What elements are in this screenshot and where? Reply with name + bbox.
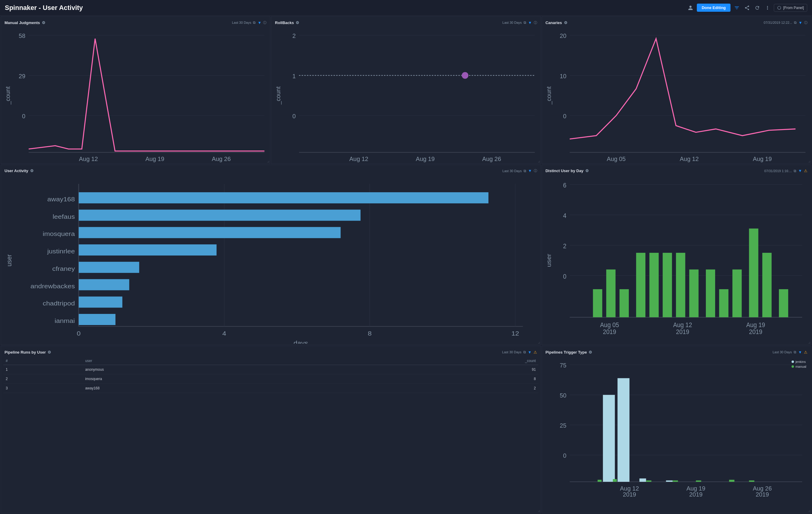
svg-text:4: 4 — [563, 212, 566, 220]
manual-judgments-info-icon[interactable]: ⓘ — [263, 21, 266, 25]
pipeline-runs-gear-icon[interactable]: ⚙ — [48, 350, 51, 354]
svg-rect-91 — [649, 253, 659, 317]
svg-rect-120 — [598, 480, 602, 482]
resize-handle-pipelines-trigger[interactable]: ⊿ — [808, 509, 811, 513]
svg-text:away168: away168 — [47, 196, 75, 203]
distinct-user-filter-icon[interactable]: ▼ — [798, 168, 802, 173]
svg-rect-94 — [689, 269, 698, 317]
svg-text:2019: 2019 — [749, 328, 762, 335]
pipelines-trigger-filter-icon[interactable]: ▼ — [798, 350, 802, 354]
svg-rect-87 — [593, 289, 602, 317]
legend-dot-manual — [791, 366, 794, 368]
header-actions: Done Editing [From Panel] — [687, 4, 807, 12]
share-icon-button[interactable] — [743, 4, 751, 12]
manual-judgments-chart: 58 29 0 Aug 12 2019 Aug 19 2019 Aug 26 2… — [1, 27, 270, 164]
user-3: away168 — [83, 384, 356, 393]
pipeline-runs-row-3[interactable]: 3 away168 2 — [3, 384, 538, 393]
pipelines-trigger-gear-icon[interactable]: ⚙ — [588, 350, 592, 354]
svg-rect-70 — [79, 314, 115, 325]
rollbacks-gear-icon[interactable]: ⚙ — [296, 21, 299, 25]
rollbacks-filter-icon[interactable]: ▼ — [528, 21, 532, 25]
canaries-chart: 20 10 0 Aug 05 2019 Aug 12 2019 Aug 19 2… — [542, 27, 811, 164]
svg-rect-60 — [79, 227, 341, 238]
filter-icon-button[interactable] — [733, 4, 741, 12]
manual-judgments-copy-icon[interactable]: ⧉ — [253, 21, 256, 25]
svg-text:2019: 2019 — [609, 162, 622, 162]
panel-user-activity-controls: Last 30 Days ⧉ ▼ ⓘ — [502, 168, 537, 173]
svg-point-29 — [462, 72, 469, 79]
svg-rect-116 — [603, 395, 615, 482]
svg-text:Aug 19: Aug 19 — [416, 156, 435, 162]
resize-handle-manual-judgments[interactable]: ⊿ — [267, 160, 269, 163]
col-header-user: user — [83, 357, 356, 365]
svg-text:20: 20 — [560, 32, 566, 39]
panel-rollbacks-title: RollBacks ⚙ — [275, 21, 299, 25]
canaries-gear-icon[interactable]: ⚙ — [564, 21, 568, 25]
pipeline-runs-copy-icon[interactable]: ⧉ — [523, 350, 526, 354]
svg-rect-96 — [719, 289, 728, 317]
svg-text:50: 50 — [560, 392, 566, 399]
user-activity-gear-icon[interactable]: ⚙ — [30, 168, 34, 173]
svg-text:Aug 26: Aug 26 — [212, 156, 231, 162]
svg-text:Aug 26: Aug 26 — [483, 156, 501, 162]
pipeline-runs-row-1[interactable]: 1 anonymous 91 — [3, 365, 538, 374]
user-activity-filter-icon[interactable]: ▼ — [528, 168, 532, 173]
svg-text:_count: _count — [5, 86, 12, 105]
panel-user-activity-header: User Activity ⚙ Last 30 Days ⧉ ▼ ⓘ — [1, 165, 541, 176]
svg-text:2019: 2019 — [352, 162, 366, 162]
distinct-user-warning-icon: ⚠ — [804, 168, 808, 173]
svg-text:Aug 12: Aug 12 — [680, 156, 699, 162]
svg-rect-100 — [779, 289, 788, 317]
pipelines-trigger-chart: jenkins manual 75 50 25 0 Aug 12 — [542, 357, 811, 513]
done-editing-button[interactable]: Done Editing — [697, 4, 730, 12]
user-activity-info-icon[interactable]: ⓘ — [534, 168, 537, 173]
distinct-user-copy-icon[interactable]: ⧉ — [794, 169, 796, 173]
svg-text:Aug 12: Aug 12 — [620, 485, 639, 492]
from-panel-label: [From Panel] — [783, 6, 804, 10]
svg-text:ianmai: ianmai — [54, 317, 75, 324]
canaries-info-icon[interactable]: ⓘ — [804, 21, 808, 25]
pipeline-runs-row-2[interactable]: 2 imosquera 8 — [3, 374, 538, 384]
svg-rect-117 — [617, 378, 630, 482]
svg-text:2019: 2019 — [603, 328, 616, 335]
resize-handle-distinct-user[interactable]: ⊿ — [808, 341, 811, 344]
svg-text:_count: _count — [275, 86, 282, 105]
distinct-user-gear-icon[interactable]: ⚙ — [585, 168, 589, 173]
canaries-copy-icon[interactable]: ⧉ — [794, 21, 797, 25]
panel-pipeline-runs-title: Pipeline Runs by User ⚙ — [4, 350, 51, 354]
manual-judgments-filter-icon[interactable]: ▼ — [257, 21, 261, 25]
rollbacks-info-icon[interactable]: ⓘ — [534, 21, 537, 25]
svg-text:_count: _count — [546, 86, 552, 105]
pipeline-runs-filter-icon[interactable]: ▼ — [528, 350, 532, 354]
svg-rect-66 — [79, 279, 129, 290]
pipeline-runs-table-header-row: # user _count — [3, 357, 538, 365]
from-panel-button[interactable]: [From Panel] — [774, 4, 807, 12]
user-icon-button[interactable] — [687, 4, 694, 12]
svg-text:0: 0 — [563, 272, 566, 280]
svg-text:0: 0 — [77, 329, 81, 337]
resize-handle-canaries[interactable]: ⊿ — [808, 160, 811, 163]
user-2: imosquera — [83, 374, 356, 384]
canaries-filter-icon[interactable]: ▼ — [799, 21, 802, 25]
svg-text:2019: 2019 — [418, 162, 432, 162]
legend-jenkins: jenkins — [791, 360, 806, 363]
svg-text:Aug 12: Aug 12 — [349, 156, 369, 162]
svg-text:Aug 12: Aug 12 — [79, 156, 98, 162]
user-activity-copy-icon[interactable]: ⧉ — [524, 169, 526, 173]
rank-2: 2 — [3, 374, 83, 384]
rollbacks-copy-icon[interactable]: ⧉ — [524, 21, 526, 25]
svg-text:2019: 2019 — [148, 162, 162, 162]
svg-rect-118 — [639, 479, 646, 482]
resize-handle-pipeline-runs[interactable]: ⊿ — [538, 509, 540, 513]
refresh-icon-button[interactable] — [753, 4, 761, 12]
pipelines-trigger-copy-icon[interactable]: ⧉ — [794, 350, 796, 354]
resize-handle-user-activity[interactable]: ⊿ — [538, 341, 540, 344]
svg-text:Aug 19: Aug 19 — [753, 156, 772, 162]
more-icon-button[interactable] — [763, 4, 772, 12]
manual-judgments-gear-icon[interactable]: ⚙ — [42, 21, 46, 25]
svg-text:2: 2 — [293, 32, 296, 39]
svg-text:chadtripod: chadtripod — [43, 300, 75, 307]
resize-handle-rollbacks[interactable]: ⊿ — [538, 160, 540, 163]
svg-text:4: 4 — [222, 329, 226, 337]
svg-text:Aug 19: Aug 19 — [686, 485, 705, 492]
